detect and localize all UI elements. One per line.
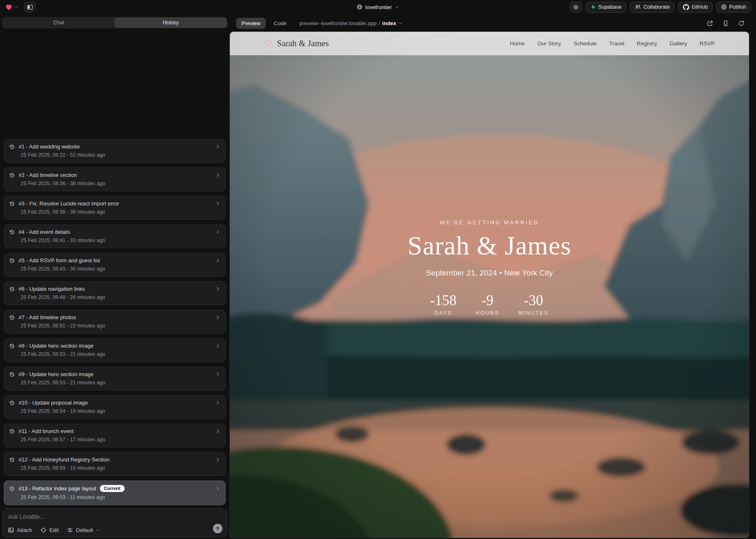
history-item-timestamp: 25 Feb 2025, 08:38 - 36 minutes ago <box>9 209 220 215</box>
history-item[interactable]: #4 - Add event details 25 Feb 2025, 08:4… <box>4 224 226 248</box>
refresh-icon <box>738 20 744 26</box>
history-item-title: #7 - Add timeline photos <box>19 314 76 320</box>
history-item-timestamp: 25 Feb 2025, 08:53 - 21 minutes ago <box>9 380 220 386</box>
history-item-timestamp: 25 Feb 2025, 08:41 - 33 minutes ago <box>9 238 220 243</box>
project-switcher[interactable]: lovefrontier <box>357 4 399 10</box>
history-item-title: #8 - Update hero section image <box>19 343 93 349</box>
preview-url-host: preview--lovefrontier.lovable.app <box>299 20 376 26</box>
history-item[interactable]: #11 - Add brunch event 25 Feb 2025, 08:5… <box>4 424 226 447</box>
chevron-right-icon <box>215 201 220 206</box>
chevron-right-icon <box>215 315 220 320</box>
sidebar-tab[interactable]: History <box>115 18 227 28</box>
history-icon <box>9 229 15 235</box>
history-item[interactable]: #12 - Add Honeyfund Registry Section 25 … <box>4 452 226 476</box>
hero-title: Sarah & James <box>408 231 572 261</box>
preview-tabs: Preview Code <box>236 18 292 29</box>
history-item[interactable]: #8 - Update hero section image 25 Feb 20… <box>4 338 226 362</box>
chevron-down-icon <box>398 21 403 26</box>
chevron-right-icon <box>215 229 220 235</box>
history-icon <box>9 428 15 434</box>
history-item[interactable]: #6 - Update navigation links 25 Feb 2025… <box>4 281 226 305</box>
countdown: -158 DAYS -9 HOURS -30 MINUTES <box>430 292 549 316</box>
nav-link[interactable]: Travel <box>609 40 624 47</box>
mobile-view-button[interactable] <box>723 20 729 26</box>
history-item[interactable]: #1 - Add wedding website 25 Feb 2025, 08… <box>4 139 226 163</box>
hero-section: WE'RE GETTING MARRIED Sarah & James Sept… <box>230 31 749 520</box>
history-item[interactable]: #3 - Fix: Resolve Lucide-react import er… <box>4 196 226 220</box>
attach-button[interactable]: Attach <box>8 527 32 533</box>
history-item-title: #1 - Add wedding website <box>19 144 80 150</box>
gear-icon <box>573 4 579 10</box>
nav-link[interactable]: Schedule <box>574 40 597 47</box>
history-item-title: #3 - Fix: Resolve Lucide-react import er… <box>19 200 119 207</box>
collaborate-button[interactable]: Collaborate <box>630 2 675 13</box>
history-item-title: #9 - Update hero section image <box>19 371 93 377</box>
supabase-button[interactable]: Supabase <box>586 2 626 13</box>
mode-select-button[interactable]: Default <box>67 527 100 533</box>
history-icon <box>9 315 15 320</box>
heart-icon <box>264 40 273 47</box>
sidebar-toggle-button[interactable] <box>24 2 35 12</box>
history-list: #1 - Add wedding website 25 Feb 2025, 08… <box>2 32 227 505</box>
history-item[interactable]: #7 - Add timeline photos 25 Feb 2025, 08… <box>4 310 226 334</box>
mode-label: Default <box>76 527 93 533</box>
history-icon <box>9 201 15 207</box>
history-icon <box>9 372 15 377</box>
preview-toolbar: Preview Code preview--lovefrontier.lovab… <box>229 16 749 31</box>
nav-link[interactable]: Registry <box>637 40 657 47</box>
settings-button[interactable] <box>570 2 582 13</box>
preview-url-path: index <box>382 20 396 26</box>
github-button[interactable]: GitHub <box>678 2 713 13</box>
preview-viewport: Sarah & James Home Our Story Schedule Tr… <box>229 31 749 538</box>
history-item[interactable]: #2 - Add timeline section 25 Feb 2025, 0… <box>4 167 226 191</box>
history-item[interactable]: #13 - Refactor index page layout Current… <box>4 480 226 505</box>
chevron-right-icon <box>215 486 220 491</box>
history-item-timestamp: 25 Feb 2025, 08:57 - 17 minutes ago <box>9 437 220 442</box>
nav-link[interactable]: Home <box>510 40 525 47</box>
edit-select-button[interactable]: Edit <box>40 527 59 533</box>
history-item[interactable]: #5 - Add RSVP form and guest list 25 Feb… <box>4 253 226 277</box>
collaborate-label: Collaborate <box>643 4 670 10</box>
nav-link[interactable]: Gallery <box>669 40 687 47</box>
history-icon <box>9 457 15 463</box>
history-item[interactable]: #9 - Update hero section image 25 Feb 20… <box>4 367 226 391</box>
chevron-right-icon <box>215 343 220 348</box>
preview-tab[interactable]: Preview <box>236 18 266 29</box>
refresh-button[interactable] <box>738 20 744 26</box>
countdown-item: -158 DAYS <box>430 292 456 316</box>
chevron-right-icon <box>215 457 220 462</box>
users-icon <box>635 4 641 10</box>
arrow-up-icon <box>215 526 220 531</box>
chevron-right-icon <box>215 400 220 405</box>
site-logo[interactable]: Sarah & James <box>264 38 329 49</box>
history-item-timestamp: 25 Feb 2025, 08:36 - 38 minutes ago <box>9 181 220 186</box>
crosshair-icon <box>40 527 47 533</box>
open-in-new-tab-button[interactable] <box>707 20 713 26</box>
chevron-down-icon <box>96 528 100 532</box>
ask-lovable-input[interactable] <box>8 513 182 523</box>
history-icon <box>9 486 15 492</box>
history-item[interactable]: #10 - Update proposal image 25 Feb 2025,… <box>4 395 226 419</box>
send-button[interactable] <box>213 524 222 533</box>
preview-tab[interactable]: Code <box>268 18 292 29</box>
panel-left-icon <box>27 4 33 10</box>
preview-url-dropdown[interactable]: preview--lovefrontier.lovable.app / inde… <box>299 20 403 26</box>
lovable-logo-menu[interactable] <box>5 4 18 11</box>
history-item-timestamp: 25 Feb 2025, 08:53 - 21 minutes ago <box>9 351 220 357</box>
history-item-title: #4 - Add event details <box>19 229 70 235</box>
publish-button[interactable]: Publish <box>716 2 751 13</box>
history-icon <box>9 144 15 150</box>
history-icon <box>9 400 15 406</box>
attach-label: Attach <box>17 527 32 533</box>
nav-link[interactable]: RSVP <box>699 40 715 47</box>
sidebar-tab[interactable]: Chat <box>3 18 115 28</box>
history-item-timestamp: 25 Feb 2025, 08:54 - 19 minutes ago <box>9 408 220 414</box>
history-item-title: #5 - Add RSVP form and guest list <box>19 257 100 264</box>
history-icon <box>9 343 15 349</box>
supabase-label: Supabase <box>598 4 621 10</box>
nav-link[interactable]: Our Story <box>537 40 561 47</box>
site-nav: Home Our Story Schedule Travel Registry … <box>510 40 715 47</box>
current-badge: Current <box>100 485 125 492</box>
history-item-title: #13 - Refactor index page layout <box>19 485 96 492</box>
chevron-right-icon <box>215 172 220 178</box>
